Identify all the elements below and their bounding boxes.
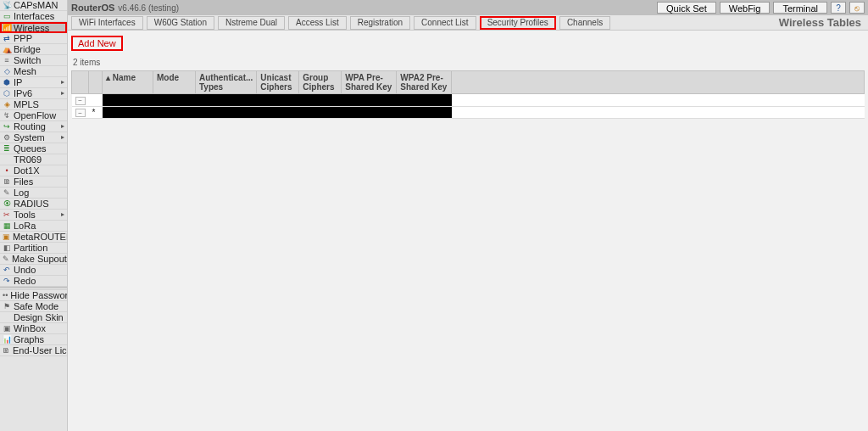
sidebar-item-label: Interfaces: [14, 11, 54, 21]
tab-registration[interactable]: Registration: [350, 16, 410, 30]
sidebar: 📡CAPsMAN▭Interfaces📶Wireless⇄PPP⛺Bridge≡…: [0, 0, 68, 431]
sidebar-item-label: Safe Mode: [14, 301, 58, 311]
sidebar-item-interfaces[interactable]: ▭Interfaces: [0, 11, 67, 22]
sidebar-item-files[interactable]: 🗎Files: [0, 176, 67, 188]
row-flag-cell: [89, 94, 103, 107]
sidebar-item-bridge[interactable]: ⛺Bridge: [0, 44, 67, 55]
sidebar-item-winbox[interactable]: ▣WinBox: [0, 323, 67, 334]
interfaces-icon: ▭: [3, 12, 11, 20]
minus-icon[interactable]: −: [75, 97, 86, 105]
quick-set-button[interactable]: Quick Set: [657, 2, 716, 14]
row-toggle-cell[interactable]: −: [72, 106, 89, 119]
sidebar-item-label: End-User License: [13, 345, 67, 355]
cell-masked: [196, 106, 257, 119]
tr069-icon: [3, 155, 11, 164]
sidebar-item-make-supout-rif[interactable]: ✎Make Supout.rif: [0, 254, 67, 265]
safe-mode-icon: ⚑: [3, 302, 11, 311]
sidebar-item-openflow[interactable]: ↯OpenFlow: [0, 110, 67, 121]
col-mode[interactable]: Mode: [153, 71, 196, 94]
tab-nstreme-dual[interactable]: Nstreme Dual: [218, 16, 285, 30]
sidebar-item-end-user-license[interactable]: 🗎End-User License: [0, 345, 67, 356]
bridge-icon: ⛺: [3, 45, 11, 53]
logout-icon[interactable]: ⎋: [849, 2, 865, 14]
sidebar-item-label: RADIUS: [14, 199, 49, 209]
terminal-button[interactable]: Terminal: [773, 2, 827, 14]
sidebar-item-ppp[interactable]: ⇄PPP: [0, 33, 67, 44]
sidebar-item-system[interactable]: ⚙System▸: [0, 132, 67, 143]
webfig-button[interactable]: WebFig: [720, 2, 771, 14]
sidebar-item-radius[interactable]: ⦿RADIUS: [0, 199, 67, 210]
queues-icon: ≣: [3, 144, 11, 153]
sidebar-item-switch[interactable]: ≡Switch: [0, 55, 67, 66]
cell-masked: [103, 106, 153, 119]
tab-channels[interactable]: Channels: [559, 16, 610, 30]
sidebar-item-log[interactable]: ✎Log: [0, 188, 67, 199]
sidebar-item-mpls[interactable]: ◈MPLS: [0, 99, 67, 110]
sidebar-item-label: TR069: [14, 154, 42, 165]
minus-icon[interactable]: −: [75, 109, 86, 117]
sidebar-item-graphs[interactable]: 📊Graphs: [0, 334, 67, 345]
sidebar-item-ipv6[interactable]: ⬡IPv6▸: [0, 88, 67, 99]
help-icon[interactable]: ?: [831, 2, 846, 14]
sidebar-item-label: OpenFlow: [14, 110, 56, 120]
dot1x-icon: •: [3, 166, 11, 175]
sidebar-item-undo[interactable]: ↶Undo: [0, 265, 67, 276]
col-auth[interactable]: Authenticat... Types: [196, 71, 257, 94]
sidebar-item-tr069[interactable]: TR069: [0, 154, 67, 165]
col-unicast[interactable]: Unicast Ciphers: [257, 71, 299, 94]
cell-masked: [257, 94, 299, 107]
sidebar-item-dot1x[interactable]: •Dot1X: [0, 165, 67, 176]
capsman-icon: 📡: [3, 1, 11, 9]
col-wpa[interactable]: WPA Pre-Shared Key: [342, 71, 397, 94]
sidebar-item-lora[interactable]: ▦LoRa: [0, 221, 67, 232]
sidebar-item-tools[interactable]: ✂Tools▸: [0, 210, 67, 221]
tab-security-profiles[interactable]: Security Profiles: [480, 16, 556, 30]
log-icon: ✎: [3, 188, 11, 197]
sidebar-item-label: MetaROUTER: [13, 232, 67, 242]
cell-masked: [299, 94, 342, 107]
partition-icon: ◧: [3, 243, 11, 252]
sidebar-item-capsman[interactable]: 📡CAPsMAN: [0, 0, 67, 11]
sidebar-item-label: WinBox: [14, 323, 46, 333]
col-group[interactable]: Group Ciphers: [299, 71, 342, 94]
main-area: RouterOS v6.46.6 (testing) Quick Set Web…: [68, 0, 868, 431]
sidebar-item-design-skin[interactable]: Design Skin: [0, 312, 67, 323]
sidebar-item-redo[interactable]: ↷Redo: [0, 276, 67, 287]
tab-wifi-interfaces[interactable]: WiFi Interfaces: [71, 16, 143, 30]
row-flag-cell: *: [89, 106, 103, 119]
sidebar-item-mesh[interactable]: ◇Mesh: [0, 66, 67, 77]
sidebar-item-label: IP: [14, 77, 22, 87]
add-new-button[interactable]: Add New: [71, 36, 123, 51]
tabs: WiFi InterfacesW60G StationNstreme DualA…: [71, 16, 610, 30]
col-name[interactable]: ▴ Name: [103, 71, 153, 94]
sidebar-item-label: Wireless: [14, 23, 49, 33]
tab-connect-list[interactable]: Connect List: [414, 16, 476, 30]
sidebar-item-partition[interactable]: ◧Partition: [0, 243, 67, 254]
row-toggle-cell[interactable]: −: [72, 94, 89, 107]
table-row[interactable]: −: [72, 94, 865, 107]
sidebar-item-ip[interactable]: ⬢IP▸: [0, 77, 67, 88]
sidebar-item-routing[interactable]: ↪Routing▸: [0, 121, 67, 132]
openflow-icon: ↯: [3, 111, 11, 120]
sidebar-item-label: Queues: [14, 143, 47, 154]
sidebar-item-label: Redo: [14, 276, 36, 286]
sidebar-item-wireless[interactable]: 📶Wireless: [0, 22, 67, 33]
sidebar-item-queues[interactable]: ≣Queues: [0, 143, 67, 154]
col-wpa2[interactable]: WPA2 Pre-Shared Key: [397, 71, 452, 94]
sidebar-item-label: Switch: [14, 55, 41, 65]
radius-icon: ⦿: [3, 199, 11, 208]
sidebar-item-hide-passwords[interactable]: ••Hide Passwords: [0, 290, 67, 301]
design-skin-icon: [3, 313, 11, 322]
tab-access-list[interactable]: Access List: [288, 16, 347, 30]
tab-w60g-station[interactable]: W60G Station: [147, 16, 214, 30]
cell-masked: [153, 106, 196, 119]
cell-spacer: [452, 106, 865, 119]
cell-masked: [196, 94, 257, 107]
top-bar: RouterOS v6.46.6 (testing) Quick Set Web…: [68, 0, 868, 15]
lora-icon: ▦: [3, 221, 11, 230]
sidebar-item-metarouter[interactable]: ▣MetaROUTER: [0, 232, 67, 243]
title-area: RouterOS v6.46.6 (testing): [71, 3, 179, 13]
sidebar-item-label: MPLS: [14, 99, 39, 109]
sidebar-item-safe-mode[interactable]: ⚑Safe Mode: [0, 301, 67, 312]
table-row[interactable]: −*: [72, 106, 865, 119]
